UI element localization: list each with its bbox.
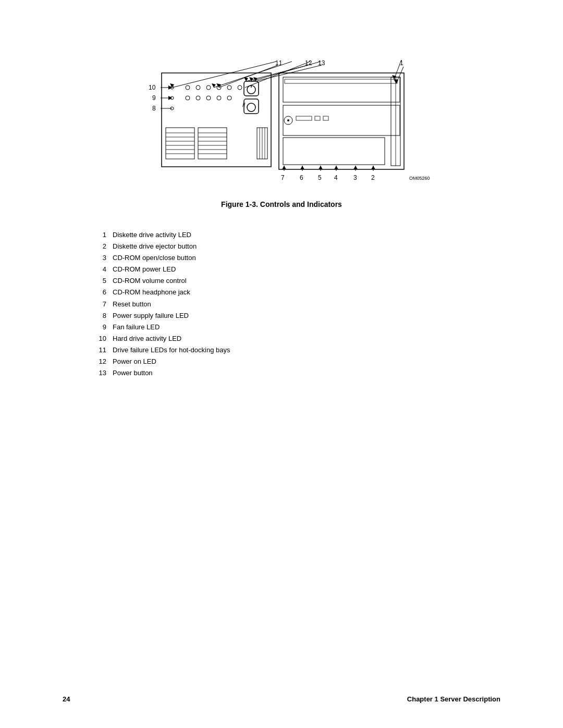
svg-text:OM05260: OM05260 [409,176,430,181]
list-item: 13Power button [94,367,500,379]
svg-text:5: 5 [318,174,322,181]
list-item: 7Reset button [94,299,500,310]
list-item: 2Diskette drive ejector button [94,241,500,252]
legend-number: 1 [94,229,106,241]
svg-text:10: 10 [149,84,156,91]
list-item: 12Power on LED [94,356,500,367]
legend-description: Diskette drive activity LED [113,229,191,241]
svg-text:8: 8 [152,105,156,112]
svg-rect-40 [279,73,404,169]
legend-number: 6 [94,287,106,298]
svg-text:2: 2 [371,174,375,181]
legend-number: 10 [94,333,106,344]
legend-number: 3 [94,252,106,264]
controls-diagram: // [130,31,433,193]
chapter-label: Chapter 1 Server Description [407,695,500,703]
legend-description: Diskette drive ejector button [113,241,197,252]
list-item: 4CD-ROM power LED [94,264,500,275]
svg-text:1: 1 [400,59,403,67]
footer-bar: 24 Chapter 1 Server Description [0,695,563,703]
figure-caption: Figure 1-3. Controls and Indicators [221,200,342,208]
page-container: // [0,0,563,728]
list-item: 11Drive failure LEDs for hot-docking bay… [94,344,500,356]
legend-description: Power button [113,367,153,379]
legend-description: CD-ROM open/close button [113,252,196,264]
list-item: 10Hard drive activity LED [94,333,500,344]
legend-description: Power supply failure LED [113,310,189,322]
list-item: 9Fan failure LED [94,322,500,333]
svg-text:4: 4 [334,174,338,181]
svg-text:9: 9 [152,94,156,102]
list-item: 8Power supply failure LED [94,310,500,322]
caption-text: Figure 1-3. Controls and Indicators [221,200,342,208]
legend-number: 13 [94,367,106,379]
list-item: 1Diskette drive activity LED [94,229,500,241]
legend-description: Fan failure LED [113,322,160,333]
legend-number: 8 [94,310,106,322]
legend-description: Power on LED [113,356,156,367]
legend-description: Reset button [113,299,151,310]
list-item: 3CD-ROM open/close button [94,252,500,264]
legend-description: CD-ROM headphone jack [113,287,190,298]
list-item: 5CD-ROM volume control [94,275,500,287]
legend-number: 5 [94,275,106,287]
svg-text:7: 7 [281,174,285,181]
legend-number: 2 [94,241,106,252]
legend-number: 9 [94,322,106,333]
page-number: 24 [63,695,70,703]
legend-description: Hard drive activity LED [113,333,181,344]
legend-number: 7 [94,299,106,310]
legend-description: CD-ROM power LED [113,264,176,275]
svg-text:3: 3 [353,174,357,181]
diagram-wrapper: // [130,31,433,193]
legend-number: 12 [94,356,106,367]
svg-point-45 [287,119,289,121]
legend-number: 11 [94,344,106,356]
legend-number: 4 [94,264,106,275]
legend-list: 1Diskette drive activity LED2Diskette dr… [94,229,500,379]
svg-text:6: 6 [300,174,303,181]
legend-description: CD-ROM volume control [113,275,187,287]
legend-description: Drive failure LEDs for hot-docking bays [113,344,230,356]
figure-area: // [63,31,500,220]
list-item: 6CD-ROM headphone jack [94,287,500,298]
